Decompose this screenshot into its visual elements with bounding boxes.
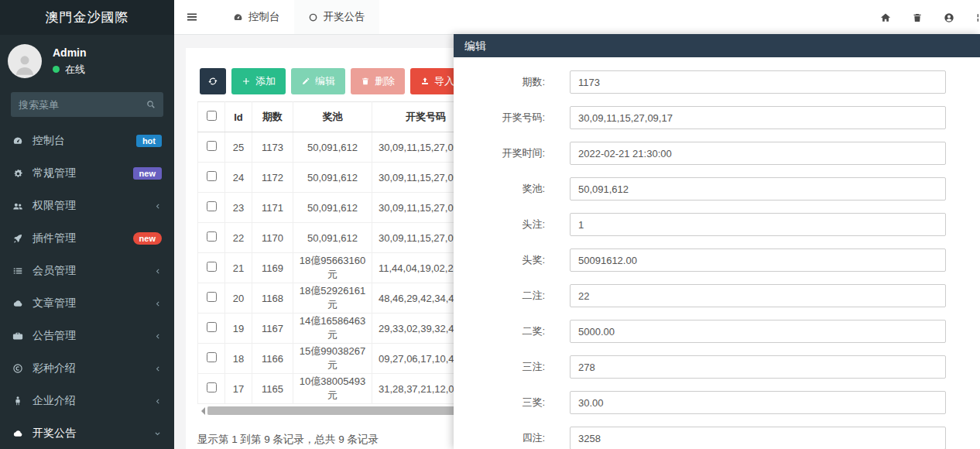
chevron-left-icon [153, 300, 162, 308]
person-silhouette-icon [12, 52, 38, 78]
sidebar-item-announcements[interactable]: 公告管理 [0, 320, 174, 352]
tachometer-icon [12, 135, 29, 146]
select-all-checkbox[interactable] [207, 111, 217, 121]
field-input[interactable] [570, 142, 946, 165]
table-row[interactable]: 17 1165 10億38005493元 31,28,37,21,12,0 [198, 374, 477, 404]
field-input[interactable] [570, 320, 946, 343]
row-checkbox[interactable] [207, 352, 217, 362]
field-label: 开奖号码: [464, 111, 545, 125]
top-navbar: 控制台 开奖公告 [174, 0, 980, 35]
field-input[interactable] [570, 106, 946, 129]
bars-icon [186, 11, 198, 23]
plus-icon [242, 77, 251, 86]
tab-dashboard[interactable]: 控制台 [219, 0, 294, 34]
avatar [8, 44, 42, 78]
table-row[interactable]: 25 1173 50,091,612 30,09,11,15,27,09,17 [198, 132, 477, 163]
chevron-left-icon [153, 202, 162, 211]
sliders-button[interactable] [975, 12, 980, 23]
field-label: 头奖: [464, 253, 545, 267]
home-button[interactable] [880, 12, 891, 23]
chevron-down-icon [153, 430, 162, 438]
field-input[interactable] [570, 391, 946, 414]
online-dot-icon [53, 66, 60, 73]
row-checkbox[interactable] [207, 262, 217, 272]
upload-icon [420, 77, 430, 86]
delete-button: 删除 [351, 68, 405, 94]
badge: hot [136, 135, 162, 147]
sidebar-item-company-intro[interactable]: 企业介绍 [0, 385, 174, 417]
table-row[interactable]: 20 1168 18億52926161元 48,46,29,42,34,4 [198, 283, 477, 314]
badge: new [133, 167, 162, 180]
row-checkbox[interactable] [207, 382, 217, 392]
sidebar-item-lottery-intro[interactable]: 彩种介绍 [0, 352, 174, 385]
table-header-row: Id 期数 奖池 开奖号码 [198, 102, 477, 132]
chevron-left-icon [153, 267, 162, 276]
col-header-issue: 期数 [252, 102, 293, 132]
brand-title: 澳門金沙國際 [0, 0, 174, 35]
sidebar-item-plugins[interactable]: 插件管理 new [0, 222, 174, 255]
field-label: 二注: [464, 289, 545, 303]
field-input[interactable] [570, 70, 946, 94]
table-row[interactable]: 18 1166 15億99038267元 09,27,06,17,10,4 [198, 344, 477, 374]
sidebar-toggle-button[interactable] [174, 0, 210, 34]
copyright-icon [12, 363, 29, 374]
add-button[interactable]: 添加 [231, 68, 286, 94]
user-circle-button[interactable] [944, 12, 954, 23]
sidebar-item-articles[interactable]: 文章管理 [0, 287, 174, 320]
pencil-icon [301, 77, 310, 86]
badge: new [133, 232, 162, 245]
table-row[interactable]: 21 1169 18億95663160元 11,44,04,19,02,2 [198, 253, 477, 283]
sidebar-item-permissions[interactable]: 权限管理 [0, 190, 174, 222]
field-input[interactable] [570, 213, 946, 236]
table-row[interactable]: 22 1170 50,091,612 30,09,11,15,27,09,17 [198, 223, 477, 253]
field-label: 三奖: [464, 396, 545, 410]
row-checkbox[interactable] [207, 201, 217, 211]
col-header-pool: 奖池 [293, 102, 372, 132]
refresh-button[interactable] [200, 68, 226, 94]
sidebar-item-members[interactable]: 会员管理 [0, 255, 174, 287]
field-input[interactable] [570, 248, 946, 272]
sidebar-item-general[interactable]: 常规管理 new [0, 157, 174, 190]
field-input[interactable] [570, 355, 946, 379]
row-checkbox[interactable] [207, 231, 217, 242]
field-input[interactable] [570, 284, 946, 307]
tab-draw-announcement[interactable]: 开奖公告 [294, 0, 379, 34]
form-field: 三注: [464, 355, 946, 379]
edit-dialog-titlebar[interactable]: 编辑 [454, 34, 980, 57]
briefcase-icon [12, 331, 29, 341]
row-checkbox[interactable] [207, 292, 217, 302]
field-label: 三注: [464, 360, 545, 374]
edit-button: 编辑 [291, 68, 345, 94]
field-label: 期数: [464, 75, 545, 89]
home-icon [880, 12, 891, 23]
scroll-left-arrow-icon[interactable] [197, 407, 205, 415]
table-row[interactable]: 19 1167 14億16586463元 29,33,02,39,32,4 [198, 314, 477, 344]
user-circle-icon [944, 12, 954, 23]
field-label: 开奖时间: [464, 146, 545, 160]
row-checkbox[interactable] [207, 322, 217, 332]
person-icon [12, 396, 29, 406]
field-label: 四注: [464, 431, 545, 445]
rocket-icon [12, 233, 29, 244]
table-row[interactable]: 23 1171 50,091,612 30,09,11,15,27,09,17 [198, 193, 477, 223]
search-input[interactable] [11, 92, 163, 117]
users-icon [12, 201, 29, 211]
field-input[interactable] [570, 177, 946, 201]
sidebar-menu: 控制台 hot 常规管理 new 权限管理 插件管理 new [0, 125, 174, 449]
form-field: 奖池: [464, 177, 946, 201]
form-field: 头奖: [464, 248, 946, 272]
form-field: 四注: [464, 427, 946, 449]
form-field: 开奖号码: [464, 106, 946, 129]
form-field: 头注: [464, 213, 946, 236]
field-input[interactable] [570, 427, 946, 449]
trash-button[interactable] [912, 12, 923, 23]
sidebar-item-dashboard[interactable]: 控制台 hot [0, 125, 174, 157]
tachometer-icon [233, 12, 243, 22]
chevron-left-icon [153, 365, 162, 373]
row-checkbox[interactable] [207, 171, 217, 181]
row-checkbox[interactable] [207, 141, 217, 151]
search-icon [146, 99, 156, 110]
table-row[interactable]: 24 1172 50,091,612 30,09,11,15,27,09,17 [198, 163, 477, 193]
sidebar-item-draw-announcement[interactable]: 开奖公告 [0, 417, 174, 449]
cloud-icon [12, 298, 29, 309]
